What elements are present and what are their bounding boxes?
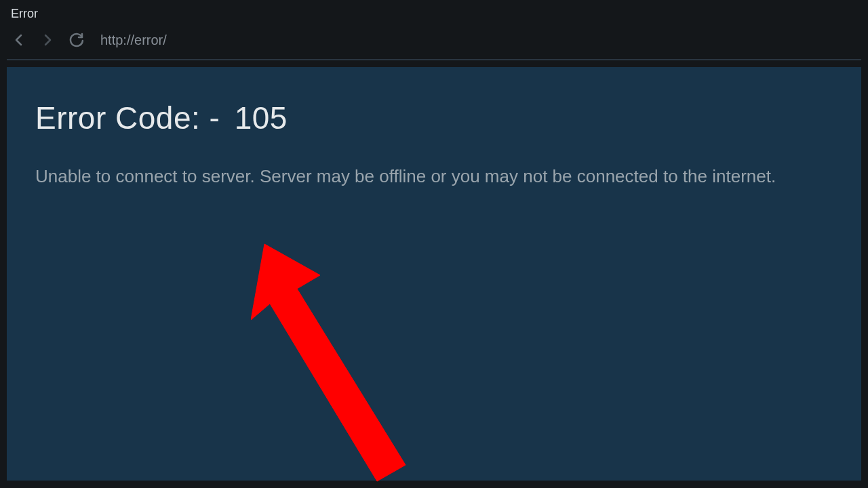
url-display[interactable]: http://error/ bbox=[100, 33, 167, 48]
back-icon[interactable] bbox=[9, 30, 28, 49]
tab-row: Error bbox=[0, 4, 868, 28]
error-heading-prefix: Error Code: - bbox=[35, 100, 220, 136]
tab-title[interactable]: Error bbox=[11, 7, 38, 20]
error-heading: Error Code: - 105 bbox=[35, 100, 833, 136]
error-page-content: Error Code: - 105 Unable to connect to s… bbox=[7, 67, 861, 481]
nav-row: http://error/ bbox=[0, 28, 868, 59]
error-code-number: 105 bbox=[235, 100, 288, 136]
reload-icon[interactable] bbox=[66, 30, 85, 49]
error-message: Unable to connect to server. Server may … bbox=[35, 163, 795, 190]
browser-toolbar: Error http://error/ bbox=[0, 0, 868, 60]
toolbar-divider bbox=[7, 59, 861, 60]
forward-icon[interactable] bbox=[38, 30, 57, 49]
